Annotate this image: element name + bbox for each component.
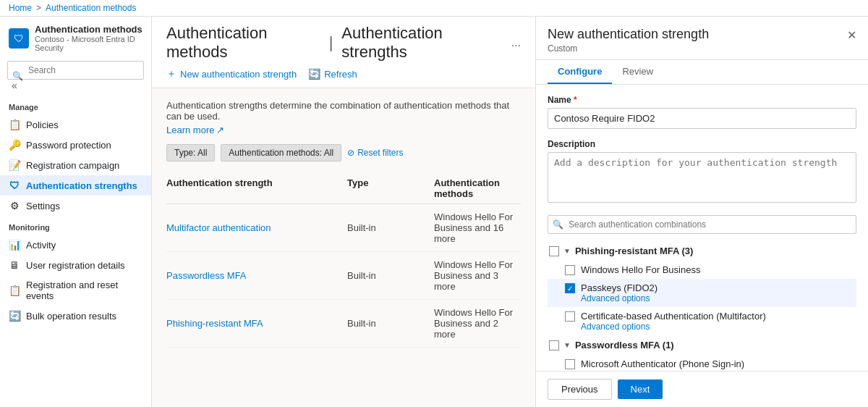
group-checkbox[interactable] [549,246,559,256]
combo-item-content: Certificate-based Authentication (Multif… [581,311,766,332]
chevron-icon: ▼ [563,341,571,349]
name-field-group: Name * [548,95,856,129]
sidebar-label-authentication-strengths: Authentication strengths [26,180,137,191]
learn-more-link[interactable]: Learn more ↗ [166,125,224,135]
sidebar-item-registration-campaign[interactable]: 📝Registration campaign [0,155,151,175]
reset-filters-button[interactable]: ⊘ Reset filters [347,148,403,158]
registration-and-reset-events-icon: 📋 [9,285,20,296]
new-strength-button[interactable]: ＋ New authentication strength [166,67,297,80]
sidebar-item-password-protection[interactable]: 🔑Password protection [0,135,151,155]
table-row: Multifactor authentication Built-in Wind… [166,204,521,252]
page-subtitle: Authentication strengths [341,24,499,62]
item-checkbox[interactable]: ✓ [565,283,575,293]
sidebar-item-authentication-strengths[interactable]: 🛡Authentication strengths [0,175,151,196]
authentication-strengths-icon: 🛡 [9,180,20,191]
auth-methods-filter-chip[interactable]: Authentication methods: All [221,144,341,161]
sidebar-app-title: Authentication methods [35,24,142,35]
group-checkbox[interactable] [549,340,559,351]
toolbar: ＋ New authentication strength 🔄 Refresh [166,62,521,83]
close-button[interactable]: ✕ [847,28,856,42]
combo-group: ▼ Passwordless MFA (1) Microsoft Authent… [548,335,856,371]
sidebar-item-policies[interactable]: 📋Policies [0,114,151,135]
breadcrumb-home[interactable]: Home [9,3,32,13]
breadcrumb-separator: > [36,3,41,13]
strength-type: Built-in [347,222,434,233]
strength-methods: Windows Hello For Business and 2 more [434,307,521,340]
plus-icon: ＋ [166,67,176,80]
sidebar-item-user-registration-details[interactable]: 🖥User registration details [0,255,151,275]
previous-button[interactable]: Previous [548,379,612,400]
strength-name-link[interactable]: Phishing-resistant MFA [166,318,347,329]
shield-icon: 🛡 [9,28,29,49]
combo-group-header[interactable]: ▼ Passwordless MFA (1) [548,335,856,355]
sidebar-label-bulk-operation-results: Bulk operation results [26,311,116,322]
sidebar-label-policies: Policies [26,119,59,130]
item-checkbox[interactable] [565,359,575,369]
manage-section-label: Manage [0,96,151,114]
combo-item-label: Certificate-based Authentication (Multif… [581,311,766,322]
panel-header: New authentication strength Custom ✕ [536,17,868,60]
combo-item-label: Windows Hello For Business [581,264,700,275]
required-star: * [574,95,577,105]
col-header-methods: Authentication methods [434,177,521,199]
next-button[interactable]: Next [618,379,663,399]
type-filter-chip[interactable]: Type: All [166,144,215,161]
tab-review[interactable]: Review [612,60,663,84]
combo-item: ✓ Passkeys (FIDO2) Advanced options [548,279,856,307]
description-textarea[interactable] [548,152,856,203]
strength-type: Built-in [347,270,434,281]
combo-item-label: Microsoft Authenticator (Phone Sign-in) [581,358,744,369]
combo-group-header[interactable]: ▼ Phishing-resistant MFA (3) [548,241,856,261]
sidebar-item-activity[interactable]: 📊Activity [0,235,151,255]
col-header-strength: Authentication strength [166,177,347,199]
description-text: Authentication strengths determine the c… [166,100,521,122]
combo-item-content: Microsoft Authenticator (Phone Sign-in) [581,358,744,369]
filter-icon: ⊘ [347,148,354,158]
strength-name-link[interactable]: Passwordless MFA [166,270,347,281]
content-header: Authentication methods | Authentication … [152,17,535,88]
sidebar-item-registration-and-reset-events[interactable]: 📋Registration and reset events [0,275,151,306]
advanced-options-link[interactable]: Advanced options [581,322,766,332]
content-area: Authentication methods | Authentication … [152,17,535,407]
combo-group-label: Passwordless MFA (1) [575,340,674,351]
sidebar-label-registration-campaign: Registration campaign [26,160,119,171]
sidebar-label-password-protection: Password protection [26,140,111,151]
advanced-options-link[interactable]: Advanced options [581,293,658,303]
password-protection-icon: 🔑 [9,139,20,151]
combo-group: ▼ Phishing-resistant MFA (3) Windows Hel… [548,241,856,335]
description-label: Description [548,139,856,149]
panel-body: Name * Description 🔍 ▼ Phishing-resistan… [536,85,868,371]
search-combos[interactable]: 🔍 [548,215,856,234]
combo-item-content: Passkeys (FIDO2) Advanced options [581,282,658,303]
description-field-group: Description [548,139,856,205]
refresh-button[interactable]: 🔄 Refresh [308,68,357,80]
chevron-icon: ▼ [563,247,571,255]
user-registration-details-icon: 🖥 [9,259,20,271]
manage-items: 📋Policies🔑Password protection📝Registrati… [0,114,151,216]
bulk-operation-results-icon: 🔄 [9,310,20,322]
tab-configure[interactable]: Configure [548,60,612,84]
settings-icon: ⚙ [9,200,20,211]
table-row: Phishing-resistant MFA Built-in Windows … [166,300,521,348]
breadcrumb-current: Authentication methods [46,3,136,13]
table-rows: Multifactor authentication Built-in Wind… [166,204,521,348]
sidebar-item-bulk-operation-results[interactable]: 🔄Bulk operation results [0,306,151,326]
strength-methods: Windows Hello For Business and 16 more [434,211,521,244]
search-combos-input[interactable] [548,215,856,234]
sidebar-label-activity: Activity [26,240,56,251]
search-box[interactable]: 🔍 « [7,61,144,91]
strength-name-link[interactable]: Multifactor authentication [166,222,347,233]
item-checkbox[interactable] [565,265,575,275]
external-link-icon: ↗ [216,125,224,135]
sidebar-header: 🛡 Authentication methods Contoso - Micro… [0,17,151,56]
sidebar-item-settings[interactable]: ⚙Settings [0,196,151,216]
registration-campaign-icon: 📝 [9,159,20,171]
search-input[interactable] [7,61,144,80]
more-button[interactable]: ... [511,36,521,49]
strength-methods: Windows Hello For Business and 3 more [434,259,521,292]
sidebar-label-settings: Settings [26,201,60,211]
table-row: Passwordless MFA Built-in Windows Hello … [166,252,521,300]
name-input[interactable] [548,108,856,129]
monitoring-section-label: Monitoring [0,216,151,235]
item-checkbox[interactable] [565,311,575,322]
